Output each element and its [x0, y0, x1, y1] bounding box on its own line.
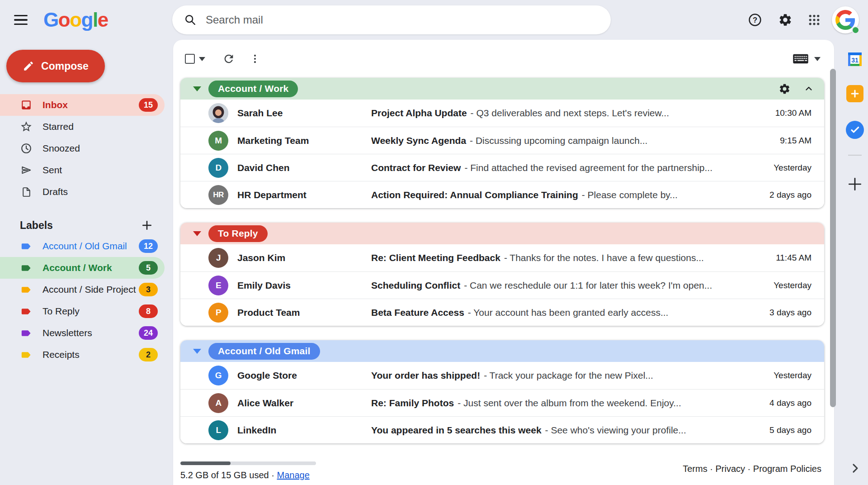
search-bar[interactable]: [172, 5, 611, 34]
sidebar-item-starred[interactable]: Starred: [0, 116, 165, 138]
refresh-icon: [222, 52, 235, 65]
program-policies-link[interactable]: Program Policies: [753, 464, 821, 474]
sidebar-label-receipts[interactable]: Receipts 2: [0, 344, 165, 366]
compose-button[interactable]: Compose: [6, 50, 105, 82]
collapse-triangle-icon[interactable]: [193, 349, 201, 354]
section-header[interactable]: Account / Work: [180, 78, 824, 100]
section-header[interactable]: To Reply: [180, 223, 824, 244]
email-row[interactable]: HR HR Department Action Required: Annual…: [180, 181, 824, 208]
select-dropdown-caret-icon[interactable]: [199, 57, 205, 61]
email-row[interactable]: D David Chen Contract for Review- Find a…: [180, 154, 824, 181]
sidebar-label-old-gmail[interactable]: Account / Old Gmail 12: [0, 235, 165, 257]
email-row[interactable]: Sarah Lee Project Alpha Update- Q3 deliv…: [180, 100, 824, 127]
email-row[interactable]: G Google Store Your order has shipped!- …: [180, 362, 824, 389]
email-time: 4 days ago: [754, 398, 811, 408]
email-sender: David Chen: [237, 162, 371, 173]
sidebar-item-inbox[interactable]: Inbox 15: [0, 94, 165, 116]
vertical-scrollbar-thumb[interactable]: [830, 69, 836, 407]
sidebar-label-to-reply[interactable]: To Reply 8: [0, 300, 165, 322]
email-time: Yesterday: [754, 281, 811, 290]
section-title-chip: Account / Work: [208, 81, 298, 97]
email-time: 3 days ago: [754, 308, 811, 318]
avatar: G: [208, 366, 228, 385]
sidebar-label-text: To Reply: [42, 306, 80, 317]
privacy-link[interactable]: Privacy: [715, 464, 745, 474]
label-tag-icon: [20, 240, 33, 252]
email-row[interactable]: L LinkedIn You appeared in 5 searches th…: [180, 416, 824, 443]
email-time: Yesterday: [754, 371, 811, 380]
avatar: D: [208, 158, 228, 178]
storage-progress-fill: [180, 461, 231, 465]
email-subject: Project Alpha Update: [371, 108, 467, 118]
sidebar-label-work[interactable]: Account / Work 5: [0, 257, 165, 279]
search-icon[interactable]: [184, 14, 197, 26]
apps-grid-icon[interactable]: [802, 8, 826, 32]
profile-avatar[interactable]: [832, 6, 859, 33]
avatar: L: [208, 420, 228, 440]
google-logo[interactable]: Google: [43, 9, 108, 31]
add-label-button[interactable]: [139, 218, 155, 233]
hamburger-menu-icon[interactable]: [8, 7, 33, 33]
more-options-icon[interactable]: [245, 49, 265, 69]
email-snippet: - Q3 deliverables and next steps. Let's …: [471, 108, 669, 118]
section-settings-gear-icon[interactable]: [778, 83, 791, 95]
select-all-checkbox[interactable]: [185, 54, 195, 64]
email-time: 5 days ago: [754, 425, 811, 435]
search-input[interactable]: [206, 14, 567, 26]
sidebar-item-label: Inbox: [42, 100, 68, 110]
email-snippet: - Your account has been granted early ac…: [468, 307, 669, 318]
email-snippet: - Thanks for the notes. I have a few que…: [504, 252, 704, 263]
email-sender: Google Store: [237, 370, 371, 381]
collapse-triangle-icon[interactable]: [193, 86, 201, 91]
email-subject: Re: Family Photos: [371, 398, 454, 408]
list-toolbar: [185, 47, 821, 71]
logo-letter: G: [43, 9, 58, 31]
email-time: Yesterday: [754, 163, 811, 173]
collapse-triangle-icon[interactable]: [193, 231, 201, 236]
help-icon[interactable]: ?: [743, 8, 767, 32]
mail-section-to-reply: To Reply J Jason Kim Re: Client Meeting …: [180, 223, 824, 326]
email-snippet: - Just sent over the album from the week…: [458, 398, 681, 408]
sidebar-item-sent[interactable]: Sent: [0, 159, 165, 181]
email-time: 10:30 AM: [754, 108, 811, 118]
label-count-badge: 8: [139, 304, 158, 318]
email-row[interactable]: A Alice Walker Re: Family Photos- Just s…: [180, 389, 824, 416]
labels-title: Labels: [20, 219, 53, 232]
section-header[interactable]: Account / Old Gmail: [180, 340, 824, 362]
email-sender: Sarah Lee: [237, 108, 371, 119]
input-tools-caret-icon[interactable]: [814, 57, 821, 61]
email-subject: You appeared in 5 searches this week: [371, 425, 542, 435]
sidebar-label-newsletters[interactable]: Newsletters 24: [0, 322, 165, 344]
storage-used-text: 5.2 GB of 15 GB used: [180, 470, 269, 480]
storage-indicator: 5.2 GB of 15 GB used · Manage: [180, 461, 316, 480]
manage-storage-link[interactable]: Manage: [277, 470, 309, 480]
top-bar: Google ?: [0, 0, 868, 40]
label-count-badge: 2: [139, 348, 158, 361]
sidebar-item-snoozed[interactable]: Snoozed: [0, 138, 165, 159]
sidebar-item-drafts[interactable]: Drafts: [0, 181, 165, 203]
keep-icon[interactable]: [845, 84, 864, 103]
logo-letter: l: [93, 9, 98, 31]
terms-link[interactable]: Terms: [683, 464, 707, 474]
collapse-chevron-up-icon[interactable]: [803, 83, 814, 94]
svg-text:?: ?: [753, 16, 757, 24]
input-tools-keyboard-icon[interactable]: [793, 53, 809, 65]
email-sender: HR Department: [237, 190, 371, 200]
section-title-chip: To Reply: [208, 225, 268, 242]
email-row[interactable]: J Jason Kim Re: Client Meeting Feedback-…: [180, 244, 824, 271]
email-row[interactable]: E Emily Davis Scheduling Conflict- Can w…: [180, 271, 824, 299]
get-add-ons-plus-icon[interactable]: [845, 175, 864, 194]
email-row[interactable]: P Product Team Beta Feature Access- Your…: [180, 299, 824, 326]
calendar-icon[interactable]: 31: [845, 50, 864, 69]
sidebar-label-side-project[interactable]: Account / Side Project 3: [0, 279, 165, 300]
hide-side-panel-chevron-icon[interactable]: [845, 459, 864, 478]
label-tag-icon: [20, 348, 33, 361]
avatar-photo: [208, 103, 228, 123]
email-sender: LinkedIn: [237, 425, 371, 436]
avatar: HR: [208, 185, 228, 205]
email-subject: Contract for Review: [371, 162, 461, 173]
settings-gear-icon[interactable]: [774, 8, 797, 32]
tasks-icon[interactable]: [845, 120, 864, 139]
email-row[interactable]: M Marketing Team Weekly Sync Agenda- Dis…: [180, 127, 824, 154]
refresh-button[interactable]: [219, 49, 239, 69]
